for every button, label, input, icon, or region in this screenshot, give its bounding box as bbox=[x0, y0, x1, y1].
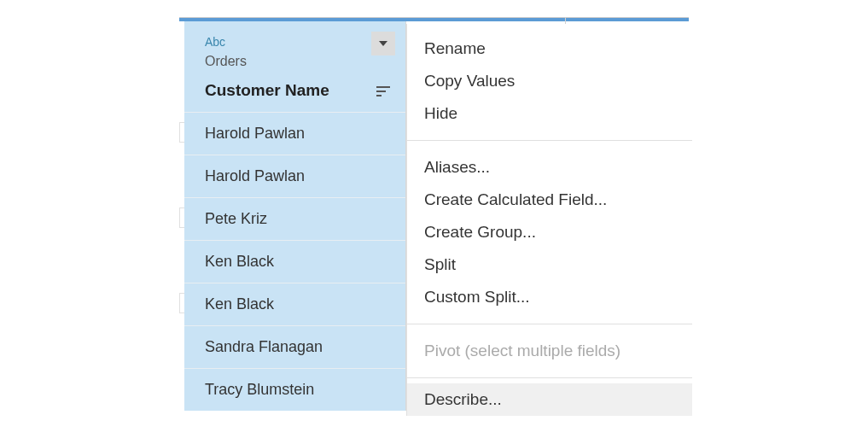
menu-separator bbox=[407, 324, 692, 324]
data-rows: Harold Pawlan Harold Pawlan Pete Kriz Ke… bbox=[184, 112, 405, 411]
svg-rect-1 bbox=[376, 91, 386, 92]
row-handle bbox=[179, 293, 184, 313]
row-handle bbox=[179, 207, 184, 228]
table-name-label: Orders bbox=[205, 54, 388, 69]
menu-custom-split[interactable]: Custom Split... bbox=[407, 281, 692, 313]
menu-create-group[interactable]: Create Group... bbox=[407, 216, 692, 248]
svg-rect-0 bbox=[376, 86, 390, 88]
menu-aliases[interactable]: Aliases... bbox=[407, 151, 692, 184]
menu-group: Describe... bbox=[407, 380, 692, 416]
field-name-label: Customer Name bbox=[205, 81, 329, 100]
row-handle bbox=[179, 122, 184, 143]
menu-pivot: Pivot (select multiple fields) bbox=[407, 335, 692, 367]
context-menu: Rename Copy Values Hide Aliases... Creat… bbox=[406, 24, 692, 416]
table-row[interactable]: Harold Pawlan bbox=[184, 155, 405, 197]
sort-icon[interactable] bbox=[376, 86, 390, 98]
menu-describe[interactable]: Describe... bbox=[407, 383, 692, 416]
svg-rect-2 bbox=[376, 95, 382, 96]
table-row[interactable]: Ken Black bbox=[184, 283, 405, 325]
menu-group: Aliases... Create Calculated Field... Cr… bbox=[407, 143, 692, 322]
column-menu-button[interactable] bbox=[371, 32, 395, 56]
menu-rename[interactable]: Rename bbox=[407, 32, 692, 65]
table-row[interactable]: Harold Pawlan bbox=[184, 112, 405, 155]
table-row[interactable]: Tracy Blumstein bbox=[184, 368, 405, 411]
data-column: Abc Orders Customer Name Harold Pawlan H… bbox=[184, 21, 406, 411]
menu-separator bbox=[407, 140, 692, 141]
table-row[interactable]: Pete Kriz bbox=[184, 197, 405, 240]
chevron-down-icon bbox=[379, 41, 387, 46]
menu-group: Rename Copy Values Hide bbox=[407, 24, 692, 138]
table-row[interactable]: Sandra Flanagan bbox=[184, 325, 405, 368]
field-type-label: Abc bbox=[205, 35, 388, 49]
column-header[interactable]: Abc Orders Customer Name bbox=[184, 21, 405, 112]
table-row[interactable]: Ken Black bbox=[184, 240, 405, 283]
menu-split[interactable]: Split bbox=[407, 248, 692, 281]
menu-create-calculated-field[interactable]: Create Calculated Field... bbox=[407, 184, 692, 216]
menu-group: Pivot (select multiple fields) bbox=[407, 326, 692, 376]
menu-hide[interactable]: Hide bbox=[407, 97, 692, 130]
menu-copy-values[interactable]: Copy Values bbox=[407, 65, 692, 97]
menu-separator bbox=[407, 377, 692, 378]
